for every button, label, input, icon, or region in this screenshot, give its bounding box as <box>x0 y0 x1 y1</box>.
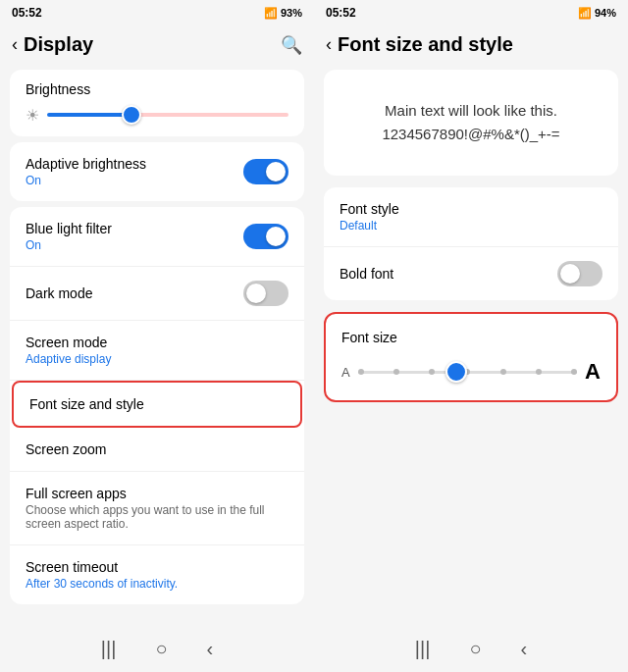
screen-zoom-content: Screen zoom <box>26 441 288 457</box>
font-style-title: Font style <box>340 201 399 217</box>
battery-right: 94% <box>595 7 616 19</box>
recent-apps-icon-right[interactable]: ||| <box>415 638 431 660</box>
screen-mode-item[interactable]: Screen mode Adaptive display <box>10 321 304 381</box>
brightness-label: Brightness <box>26 81 288 97</box>
back-arrow-icon[interactable]: ‹ <box>12 34 18 55</box>
font-a-large: A <box>585 359 601 385</box>
adaptive-brightness-content: Adaptive brightness On <box>26 156 243 187</box>
blue-light-content: Blue light filter On <box>26 221 243 252</box>
blue-toggle-thumb <box>266 227 286 246</box>
home-icon-right[interactable]: ○ <box>469 638 481 660</box>
brightness-track <box>47 113 288 117</box>
status-bar-right: 05:52 📶 94% <box>314 0 628 26</box>
signal-icon: 📶 <box>264 7 278 20</box>
full-screen-item[interactable]: Full screen apps Choose which apps you w… <box>10 472 304 545</box>
full-screen-title: Full screen apps <box>26 486 288 501</box>
screen-timeout-status: After 30 seconds of inactivity. <box>26 577 288 591</box>
battery-left: 93% <box>281 7 302 19</box>
back-icon-left[interactable]: ‹ <box>207 638 214 660</box>
dark-mode-content: Dark mode <box>26 285 243 301</box>
preview-line1: Main text will look like this. <box>347 99 595 123</box>
sun-icon: ☀ <box>26 106 39 125</box>
adaptive-brightness-card: Adaptive brightness On <box>10 142 304 201</box>
bold-toggle-thumb <box>560 264 580 284</box>
font-size-style-title: Font size and style <box>29 396 285 412</box>
font-size-slider[interactable] <box>358 360 577 384</box>
font-size-card: Font size A A <box>324 312 618 402</box>
adaptive-brightness-item[interactable]: Adaptive brightness On <box>10 142 304 201</box>
header-left: ‹ Display <box>12 33 93 56</box>
screen-mode-status: Adaptive display <box>26 352 288 366</box>
display-settings-card: Blue light filter On Dark mode S <box>10 207 304 604</box>
font-size-thumb <box>445 361 467 383</box>
search-icon[interactable]: 🔍 <box>281 34 302 56</box>
screen-mode-content: Screen mode Adaptive display <box>26 335 288 366</box>
spacer-right <box>314 408 628 626</box>
screen-timeout-title: Screen timeout <box>26 559 288 575</box>
brightness-card: Brightness ☀ <box>10 70 304 136</box>
settings-list: Brightness ☀ Adaptive brightness On <box>0 64 314 626</box>
font-options-card: Font style Default Bold font <box>324 187 618 300</box>
full-screen-content: Full screen apps Choose which apps you w… <box>26 486 288 531</box>
header-right-left: ‹ Font size and style <box>326 33 513 56</box>
back-icon-right[interactable]: ‹ <box>521 638 528 660</box>
brightness-slider-row: ☀ <box>26 105 288 125</box>
font-style-item[interactable]: Font style Default <box>324 187 618 247</box>
font-settings-title: Font size and style <box>338 33 513 56</box>
recent-apps-icon[interactable]: ||| <box>101 638 117 660</box>
font-dot-1 <box>358 369 364 375</box>
blue-light-title: Blue light filter <box>26 221 243 236</box>
blue-light-status: On <box>26 238 243 252</box>
time-right: 05:52 <box>326 6 356 20</box>
display-title: Display <box>24 33 93 56</box>
toggle-thumb <box>266 162 286 181</box>
font-size-style-content: Font size and style <box>29 396 285 412</box>
home-icon[interactable]: ○ <box>155 638 167 660</box>
font-style-content: Font style Default <box>340 201 399 233</box>
font-a-small: A <box>341 365 350 380</box>
blue-light-toggle[interactable] <box>243 224 288 249</box>
dark-toggle-thumb <box>246 284 266 303</box>
brightness-thumb <box>122 105 141 125</box>
font-size-style-item[interactable]: Font size and style <box>12 381 302 428</box>
screen-zoom-item[interactable]: Screen zoom <box>10 428 304 472</box>
full-screen-subtitle: Choose which apps you want to use in the… <box>26 503 288 531</box>
screen-timeout-content: Screen timeout After 30 seconds of inact… <box>26 559 288 591</box>
font-track <box>358 371 577 374</box>
adaptive-brightness-status: On <box>26 174 243 187</box>
adaptive-brightness-title: Adaptive brightness <box>26 156 243 172</box>
font-dot-7 <box>571 369 577 375</box>
blue-light-item[interactable]: Blue light filter On <box>10 207 304 267</box>
font-dot-5 <box>500 369 506 375</box>
dark-mode-item[interactable]: Dark mode <box>10 267 304 321</box>
right-panel: 05:52 📶 94% ‹ Font size and style Main t… <box>314 0 628 672</box>
status-icons-right: 📶 94% <box>578 7 616 20</box>
font-dots <box>358 369 577 375</box>
brightness-section: Brightness ☀ <box>10 70 304 136</box>
back-arrow-right-icon[interactable]: ‹ <box>326 34 332 55</box>
font-size-slider-row: A A <box>341 359 601 385</box>
screen-mode-title: Screen mode <box>26 335 288 350</box>
screen-timeout-item[interactable]: Screen timeout After 30 seconds of inact… <box>10 545 304 604</box>
font-dot-6 <box>536 369 542 375</box>
nav-bar-right: ||| ○ ‹ <box>314 626 628 672</box>
brightness-slider[interactable] <box>47 105 288 125</box>
adaptive-brightness-toggle[interactable] <box>243 159 288 184</box>
nav-bar-left: ||| ○ ‹ <box>0 626 314 672</box>
font-dot-3 <box>429 369 435 375</box>
display-header: ‹ Display 🔍 <box>0 26 314 64</box>
bold-font-toggle[interactable] <box>557 261 602 286</box>
font-preview-card: Main text will look like this. 123456789… <box>324 70 618 176</box>
bold-font-title: Bold font <box>340 266 393 282</box>
preview-line2: 1234567890!@#%&*()_+-= <box>347 123 595 146</box>
dark-mode-toggle[interactable] <box>243 281 288 306</box>
status-icons-left: 📶 93% <box>264 7 302 20</box>
time-left: 05:52 <box>12 6 42 20</box>
signal-icon-right: 📶 <box>578 7 592 20</box>
font-dot-2 <box>393 369 399 375</box>
bold-font-item[interactable]: Bold font <box>324 247 618 300</box>
dark-mode-title: Dark mode <box>26 285 243 301</box>
status-bar-left: 05:52 📶 93% <box>0 0 314 26</box>
font-size-label: Font size <box>341 330 601 345</box>
font-settings-header: ‹ Font size and style <box>314 26 628 64</box>
